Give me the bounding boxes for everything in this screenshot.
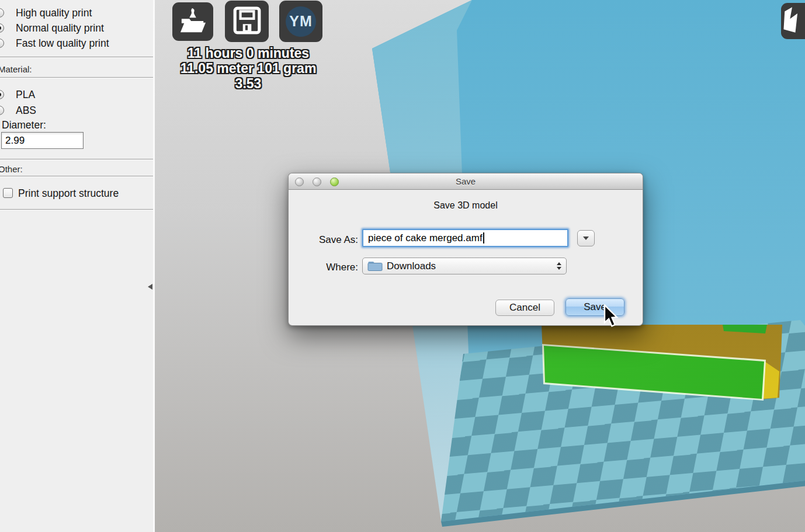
section-divider (0, 159, 153, 160)
where-dropdown[interactable]: Downloads (362, 258, 567, 274)
load-model-icon (178, 7, 207, 36)
filename-value: piece of cake merged.amf (368, 232, 483, 244)
radio-icon (0, 8, 4, 18)
material-option-pla-label: PLA (16, 89, 35, 101)
folder-icon (367, 260, 383, 272)
quality-option-normal-label: Normal quality print (16, 22, 104, 34)
material-option-abs-label: ABS (16, 105, 36, 117)
section-divider (0, 77, 153, 78)
youmagine-label: YM (289, 13, 313, 30)
where-value: Downloads (387, 260, 557, 272)
radio-icon (0, 106, 4, 115)
dialog-titlebar[interactable]: Save (289, 173, 643, 190)
zoom-button[interactable] (330, 178, 339, 186)
floppy-disk-icon (232, 5, 262, 38)
where-label: Where: (289, 262, 358, 273)
mouse-cursor (602, 304, 619, 330)
view-mode-button[interactable] (781, 3, 805, 39)
print-cost: 3.53 (149, 76, 348, 91)
radio-selected-icon (0, 90, 4, 99)
expand-dialog-button[interactable] (577, 230, 595, 246)
stepper-arrows-icon (557, 262, 561, 270)
dialog-title: Save (289, 173, 643, 190)
print-statistics: 11 hours 0 minutes 11.05 meter 101 gram … (149, 46, 348, 91)
filament-usage: 11.05 meter 101 gram (149, 61, 348, 76)
chevron-down-icon (583, 237, 589, 240)
material-section-label: Material: (0, 64, 32, 74)
view-mode-icon (780, 4, 804, 38)
close-button[interactable] (295, 178, 304, 186)
diameter-input[interactable] (1, 132, 84, 149)
youmagine-button[interactable]: YM (279, 1, 322, 42)
settings-sidebar: High quality print Normal quality print … (0, 0, 155, 532)
diameter-label: Diameter: (2, 119, 46, 131)
sidebar-collapse-arrow[interactable] (148, 284, 152, 290)
save-toolpath-button[interactable] (225, 1, 269, 42)
quality-option-fast-label: Fast low quality print (16, 37, 109, 50)
youmagine-icon: YM (286, 6, 316, 37)
dialog-heading: Save 3D model (289, 200, 643, 211)
section-divider (0, 176, 153, 177)
print-time: 11 hours 0 minutes (149, 46, 348, 61)
section-divider (0, 209, 153, 210)
save-dialog: Save Save 3D model Save As: piece of cak… (288, 173, 643, 326)
text-caret (483, 232, 484, 244)
support-structure-checkbox[interactable] (3, 188, 13, 198)
radio-icon (0, 39, 4, 48)
other-section-label: Other: (0, 164, 23, 174)
minimize-button[interactable] (313, 178, 321, 186)
support-structure-label: Print support structure (18, 187, 119, 200)
radio-selected-icon (0, 23, 4, 33)
filename-input[interactable]: piece of cake merged.amf (362, 229, 568, 247)
quality-option-high-label: High quality print (16, 7, 92, 19)
cancel-button-label: Cancel (509, 302, 540, 314)
section-divider (0, 57, 153, 58)
save-as-label: Save As: (289, 234, 358, 246)
cancel-button[interactable]: Cancel (495, 300, 554, 316)
load-model-button[interactable] (172, 2, 213, 41)
